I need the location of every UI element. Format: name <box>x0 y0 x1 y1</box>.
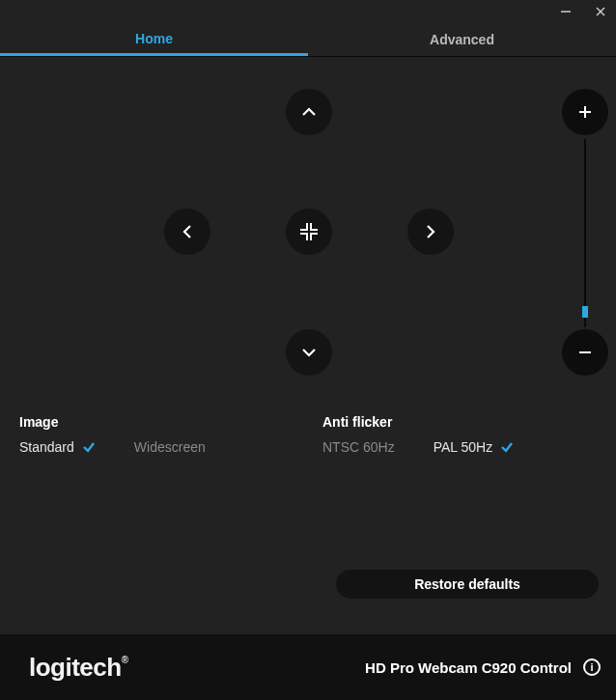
titlebar <box>0 0 616 23</box>
minus-icon <box>576 344 594 361</box>
antiflicker-label: Anti flicker <box>322 414 597 430</box>
pan-zoom-area <box>0 57 616 385</box>
check-icon <box>500 440 514 454</box>
footer: logitech® HD Pro Webcam C920 Control i <box>0 634 616 700</box>
zoom-in-button[interactable] <box>562 89 608 135</box>
chevron-down-icon <box>300 344 318 361</box>
pan-down-button[interactable] <box>286 329 332 376</box>
product-name: HD Pro Webcam C920 Control <box>365 659 572 676</box>
info-icon: i <box>590 661 593 673</box>
tab-home[interactable]: Home <box>0 23 308 56</box>
zoom-track <box>584 139 586 327</box>
tab-advanced[interactable]: Advanced <box>308 23 616 56</box>
center-icon <box>298 221 320 242</box>
image-standard-option[interactable]: Standard <box>19 439 96 455</box>
antiflicker-group: Anti flicker NTSC 60Hz PAL 50Hz <box>322 414 597 455</box>
pan-center-button[interactable] <box>286 209 332 255</box>
pan-right-button[interactable] <box>407 209 454 255</box>
minimize-button[interactable] <box>556 2 575 21</box>
brand-logo: logitech® <box>29 653 128 683</box>
antiflicker-ntsc-option[interactable]: NTSC 60Hz <box>322 439 395 455</box>
pan-up-button[interactable] <box>286 89 332 135</box>
image-label: Image <box>19 414 294 430</box>
chevron-up-icon <box>300 103 318 121</box>
plus-icon <box>576 103 594 121</box>
chevron-right-icon <box>422 223 439 240</box>
chevron-left-icon <box>179 223 196 240</box>
antiflicker-pal-option[interactable]: PAL 50Hz <box>434 439 514 455</box>
option-label: PAL 50Hz <box>434 439 492 455</box>
info-button[interactable]: i <box>583 658 601 676</box>
pan-left-button[interactable] <box>164 209 210 255</box>
tabs: Home Advanced <box>0 23 616 57</box>
zoom-thumb[interactable] <box>582 306 588 318</box>
options-row: Image Standard Widescreen Anti flicker N… <box>0 385 616 455</box>
zoom-out-button[interactable] <box>562 329 608 376</box>
close-button[interactable] <box>591 2 610 21</box>
image-group: Image Standard Widescreen <box>19 414 294 455</box>
restore-defaults-button[interactable]: Restore defaults <box>336 570 599 599</box>
check-icon <box>82 440 96 454</box>
option-label: Widescreen <box>134 439 206 455</box>
option-label: Standard <box>19 439 74 455</box>
option-label: NTSC 60Hz <box>322 439 395 455</box>
image-widescreen-option[interactable]: Widescreen <box>134 439 206 455</box>
